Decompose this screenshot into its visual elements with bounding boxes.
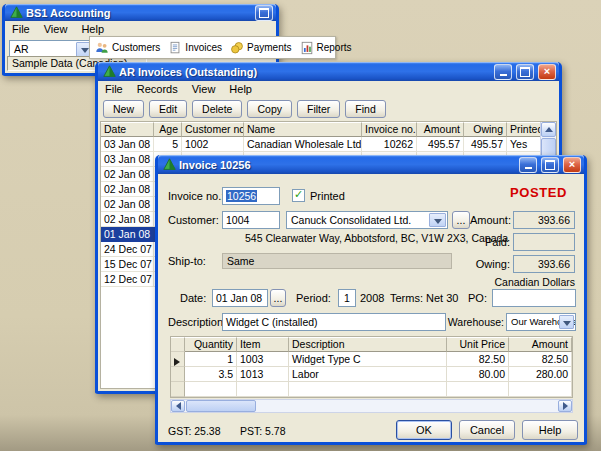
currency-label: Canadian Dollars [475,276,575,288]
menu-item-view[interactable]: View [185,82,223,96]
ar-button-filter[interactable]: Filter [297,100,340,118]
description-label: Description: [168,316,226,328]
customer-lookup-button[interactable]: ... [452,211,470,229]
scroll-thumb[interactable] [186,400,256,412]
scroll-left-button[interactable] [171,400,185,412]
chevron-down-icon[interactable] [429,213,446,227]
ar-button-find[interactable]: Find [345,100,385,118]
ship-to-field[interactable]: Same [222,253,452,269]
title-bar[interactable]: BS1 Accounting [5,4,276,21]
period-year: 2008 [360,292,384,304]
period-field[interactable]: 1 [338,289,356,307]
table-row[interactable]: 11003Widget Type C82.5082.50 [171,352,572,367]
table-row[interactable] [171,382,572,397]
po-label: PO: [468,292,487,304]
column-header-amount[interactable]: Amount [417,122,464,137]
paid-label: Paid: [470,236,510,248]
cell: 02 Jan 08 [101,212,154,227]
ar-button-edit[interactable]: Edit [149,100,187,118]
customer-select[interactable]: Canuck Consolidated Ltd. [286,211,448,229]
menu-item-records[interactable]: Records [130,82,185,96]
toolbar-button-invoices[interactable]: Invoices [165,40,225,56]
maximize-button[interactable] [516,64,534,80]
minimize-button[interactable] [519,157,537,173]
amount-label: Amount: [470,214,510,226]
help-button[interactable]: Help [522,420,578,440]
column-header-date[interactable]: Date [101,122,154,137]
column-header-name[interactable]: Name [244,122,362,137]
cell: 10262 [362,137,417,152]
cell: 01 Jan 08 [101,227,154,242]
column-header-printed[interactable]: Printed [507,122,542,137]
printed-checkbox[interactable]: ✓ [292,189,305,202]
column-header-customer-no[interactable]: Customer no. [182,122,244,137]
cell: 82.50 [447,352,509,367]
ar-button-new[interactable]: New [103,100,144,118]
description-field[interactable]: Widget C (installed) [222,313,446,331]
app-icon [103,65,116,78]
cell: 12 Dec 07 [101,272,154,287]
owing-label: Owing: [470,258,510,270]
main-toolbar: CustomersInvoicesPaymentsReports [89,36,336,59]
date-picker-button[interactable]: ... [270,289,286,307]
title-bar[interactable]: AR Invoices (Outstanding) × [98,62,559,81]
column-header-invoice-no[interactable]: Invoice no. [362,122,417,137]
menu-item-view[interactable]: View [37,22,75,36]
ar-button-copy[interactable]: Copy [247,100,292,118]
title-bar[interactable]: Invoice 10256 × [158,155,584,174]
amount-value: 393.66 [538,214,570,226]
customer-no-value: 1004 [226,214,249,226]
menu-item-help[interactable]: Help [74,22,111,36]
toolbar-button-payments[interactable]: Payments [227,40,294,56]
row-selector[interactable] [171,367,185,382]
column-header-age[interactable]: Age [154,122,182,137]
minimize-button[interactable] [494,64,512,80]
table-header-row: QuantityItemDescriptionUnit PriceAmount [171,337,572,352]
maximize-button[interactable] [541,157,559,173]
ar-button-delete[interactable]: Delete [192,100,242,118]
row-selector-header [171,337,185,352]
cell: 24 Dec 07 [101,242,154,257]
scroll-up-button[interactable] [541,122,556,137]
customer-no-field[interactable]: 1004 [222,211,280,229]
column-header-unit-price[interactable]: Unit Price [447,337,509,352]
column-header-owing[interactable]: Owing [464,122,507,137]
table-row[interactable]: 3.51013Labor80.00280.00 [171,367,572,382]
toolbar-button-customers[interactable]: Customers [92,40,163,56]
date-field[interactable]: 01 Jan 08 [212,289,268,307]
column-header-description[interactable]: Description [289,337,447,352]
ok-button[interactable]: OK [396,420,452,440]
column-header-quantity[interactable]: Quantity [185,337,237,352]
toolbar-button-label: Customers [112,42,160,53]
cancel-button[interactable]: Cancel [459,420,515,440]
column-header-item[interactable]: Item [237,337,289,352]
close-button[interactable]: × [563,157,581,173]
scroll-track[interactable] [257,400,558,412]
column-header-amount[interactable]: Amount [509,337,572,352]
horizontal-scrollbar[interactable] [170,399,573,413]
toolbar-button-reports[interactable]: Reports [297,40,355,56]
row-selector[interactable] [171,352,185,367]
owing-field: 393.66 [513,255,575,273]
toolbar-button-label: Invoices [185,42,222,53]
menu-item-file[interactable]: File [5,22,37,36]
scroll-right-button[interactable] [558,400,572,412]
po-field[interactable] [492,289,576,307]
row-selector[interactable] [171,382,185,397]
cell: Canadian Wholesale Ltd. [244,137,362,152]
period-label: Period: [296,292,331,304]
menu-item-help[interactable]: Help [222,82,259,96]
invoice-no-field[interactable]: 10256 [222,187,280,205]
close-button[interactable]: × [538,64,556,80]
period-value: 1 [344,292,350,304]
arrow-right-icon [563,402,572,410]
chevron-down-icon[interactable] [559,315,574,329]
app-icon [10,6,23,19]
warehouse-select[interactable]: Our Warehouse [506,313,576,331]
table-row[interactable]: 03 Jan 0851002Canadian Wholesale Ltd.102… [101,137,540,152]
menu-item-file[interactable]: File [98,82,130,96]
maximize-button[interactable] [255,5,273,21]
window-title: AR Invoices (Outstanding) [119,66,490,78]
payments-icon [230,41,244,55]
cell [509,382,572,397]
